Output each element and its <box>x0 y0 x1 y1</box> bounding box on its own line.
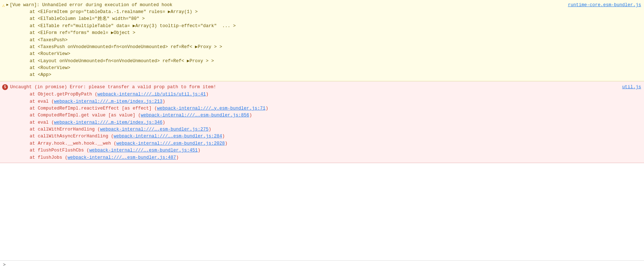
warn-stack-line-10: at <App> <box>19 72 644 78</box>
error-link-7[interactable]: webpack-internal:///….esm-bundler.js:284 <box>114 134 222 139</box>
error-stack-line-9: at flushPostFlushCbs (webpack-internal:/… <box>19 147 644 154</box>
warn-stack-line-8: at <Layout onVnodeUnmounted=fn<onVnodeUn… <box>19 58 644 65</box>
warn-block: ⚠ ▶ [Vue warn]: Unhandled error during e… <box>0 0 644 81</box>
prompt-symbol: > <box>3 262 6 268</box>
error-stack-line-10: at flushJobs (webpack-internal:///….esm-… <box>19 154 644 161</box>
warn-stack-line-9: at <RouterView> <box>19 65 644 72</box>
warn-first-line: ⚠ ▶ [Vue warn]: Unhandled error during e… <box>0 2 644 9</box>
error-link-8[interactable]: webpack-internal:///…esm-bundler.js:2028 <box>116 141 225 146</box>
error-main-text: Uncaught (in promise) Error: please tran… <box>10 84 216 91</box>
error-stack-line-3: at ComputedRefImpl.reactiveEffect [as ef… <box>19 105 644 112</box>
error-stack-line-8: at Array.hook.__weh.hook.__weh (webpack-… <box>19 140 644 147</box>
error-link-9[interactable]: webpack-internal:///….esm-bundler.js:451 <box>89 148 198 153</box>
error-stack-line-2: at eval (webpack-internal:///…m-item/ind… <box>19 98 644 105</box>
warn-stack: at <ElFormItem prop="tableData.-1.realna… <box>0 9 644 79</box>
error-stack-line-1: at Object.getPropByPath (webpack-interna… <box>19 91 644 98</box>
error-stack: at Object.getPropByPath (webpack-interna… <box>0 91 644 161</box>
error-block: 5 Uncaught (in promise) Error: please tr… <box>0 81 644 163</box>
warn-stack-line-6: at <TaxesPush onVnodeUnmounted=fn<onVnod… <box>19 44 644 51</box>
error-link-4[interactable]: webpack-internal:///….esm-bundler.js:856 <box>141 113 249 118</box>
warn-source-link[interactable]: runtime-core.esm-bundler.js <box>563 3 641 8</box>
warn-stack-line-4: at <ElForm ref="forms" model= ▶Object > <box>19 30 644 37</box>
error-first-line: 5 Uncaught (in promise) Error: please tr… <box>0 84 644 91</box>
error-link-1[interactable]: webpack-internal:///…ib/utils/util.js:41 <box>98 92 206 97</box>
error-stack-line-7: at callWithAsyncErrorHandling (webpack-i… <box>19 133 644 140</box>
error-stack-line-6: at callWithErrorHandling (webpack-intern… <box>19 126 644 133</box>
console-panel: ⚠ ▶ [Vue warn]: Unhandled error during e… <box>0 0 644 269</box>
warn-stack-line-1: at <ElFormItem prop="tableData.-1.realna… <box>19 9 644 16</box>
error-link-5[interactable]: webpack-internal:///…m-item/index.js:346 <box>54 120 163 125</box>
console-prompt: > <box>0 260 644 269</box>
warn-toggle-arrow[interactable]: ▶ <box>7 3 9 7</box>
warn-stack-line-5: at <TaxesPush> <box>19 37 644 44</box>
error-source-link[interactable]: util.js <box>618 84 641 91</box>
warn-main-text: [Vue warn]: Unhandled error during execu… <box>10 3 172 8</box>
warn-stack-line-2: at <ElTableColumn label="姓名" width="80" … <box>19 16 644 22</box>
warning-icon: ⚠ <box>2 3 5 8</box>
error-stack-line-4: at ComputedRefImpl.get value [as value] … <box>19 112 644 119</box>
warn-stack-line-7: at <RouterView> <box>19 51 644 57</box>
error-link-3[interactable]: webpack-internal:///…y.esm-bundler.js:71 <box>157 106 266 111</box>
error-stack-line-5: at eval (webpack-internal:///…m-item/ind… <box>19 119 644 126</box>
error-link-2[interactable]: webpack-internal:///…m-item/index.js:213 <box>54 99 163 104</box>
console-input[interactable] <box>8 262 641 268</box>
error-link-10[interactable]: webpack-internal:///….esm-bundler.js:487 <box>68 155 176 160</box>
warn-stack-line-3: at <ElTable ref="multipleTable" data= ▶A… <box>19 23 644 30</box>
error-link-6[interactable]: webpack-internal:///….esm-bundler.js:275 <box>100 127 209 132</box>
error-badge: 5 <box>2 84 8 90</box>
